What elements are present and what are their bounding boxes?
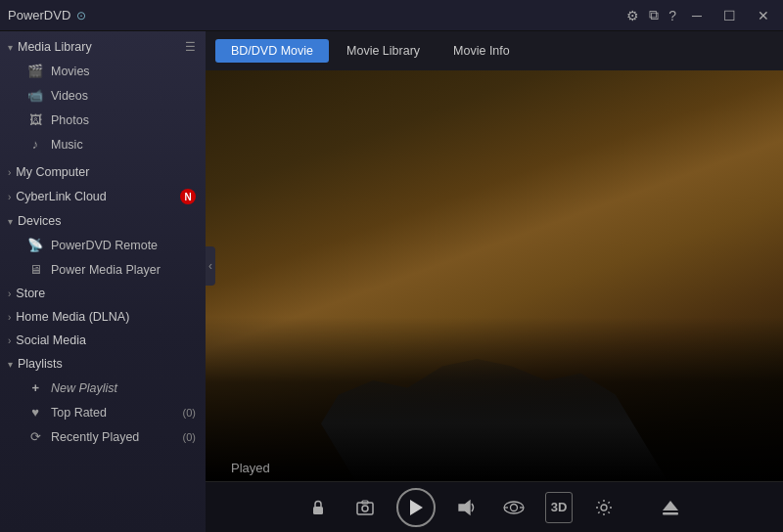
bd-background <box>206 70 783 481</box>
tab-movie-info[interactable]: Movie Info <box>438 39 526 63</box>
sidebar-item-power-media-player[interactable]: 🖥 Power Media Player <box>0 257 206 282</box>
remote-icon: 📡 <box>27 238 43 252</box>
sidebar-collapse-tab[interactable] <box>206 246 215 286</box>
movies-icon: 🎬 <box>27 64 43 78</box>
sidebar-item-new-playlist[interactable]: + New Playlist <box>0 376 206 400</box>
music-label: Music <box>51 138 196 152</box>
photos-icon: 🖼 <box>27 112 43 127</box>
photos-label: Photos <box>51 113 196 127</box>
playlists-label: Playlists <box>18 357 63 371</box>
main-layout: ▾ Media Library ☰ 🎬 Movies 📹 Videos 🖼 Ph… <box>0 31 783 532</box>
recently-played-icon: ⟳ <box>27 429 43 444</box>
tech-settings-button[interactable] <box>588 492 620 523</box>
store-header[interactable]: › Store <box>0 282 206 305</box>
chevron-down-icon3: ▾ <box>8 359 13 370</box>
tab-movie-library[interactable]: Movie Library <box>331 39 436 63</box>
eject-button[interactable] <box>655 492 686 523</box>
sidebar-item-recently-played[interactable]: ⟳ Recently Played (0) <box>0 424 206 449</box>
sidebar-item-photos[interactable]: 🖼 Photos <box>0 108 206 132</box>
svg-point-7 <box>510 504 517 510</box>
played-label: Played <box>231 461 270 475</box>
chevron-down-icon2: ▾ <box>8 216 13 227</box>
add-icon: + <box>27 380 43 395</box>
media-library-menu-icon[interactable]: ☰ <box>185 40 196 54</box>
bd-dvd-content <box>206 70 783 481</box>
social-media-label: Social Media <box>16 333 86 347</box>
chevron-right-icon: › <box>8 167 11 178</box>
maximize-button[interactable]: ☐ <box>717 6 742 25</box>
devices-label: Devices <box>18 214 61 228</box>
top-rated-count: (0) <box>183 407 196 419</box>
title-bar-left: PowerDVD ⊙ <box>8 8 86 22</box>
sidebar-item-top-rated[interactable]: ♥ Top Rated (0) <box>0 400 206 424</box>
chevron-right-icon4: › <box>8 312 11 323</box>
svg-marker-11 <box>663 501 678 510</box>
media-library-section: ▾ Media Library ☰ 🎬 Movies 📹 Videos 🖼 Ph… <box>0 31 206 160</box>
app-title: PowerDVD <box>8 8 70 22</box>
recently-played-label: Recently Played <box>51 430 175 444</box>
social-media-header[interactable]: › Social Media <box>0 329 206 352</box>
svg-rect-12 <box>663 512 678 515</box>
chevron-down-icon: ▾ <box>8 42 13 53</box>
devices-header[interactable]: ▾ Devices <box>0 209 206 233</box>
sidebar: ▾ Media Library ☰ 🎬 Movies 📹 Videos 🖼 Ph… <box>0 31 206 532</box>
sidebar-item-movies[interactable]: 🎬 Movies <box>0 59 206 83</box>
media-player-icon: 🖥 <box>27 262 43 277</box>
content-area: BD/DVD Movie Movie Library Movie Info Pl… <box>206 31 783 532</box>
cyberlink-cloud-header[interactable]: › CyberLink Cloud N <box>0 184 206 209</box>
sidebar-item-powerdvd-remote[interactable]: 📡 PowerDVD Remote <box>0 233 206 257</box>
chevron-right-icon5: › <box>8 335 11 346</box>
visual-effect-button[interactable] <box>498 492 530 523</box>
three-d-button[interactable]: 3D <box>545 492 574 523</box>
settings-titlebar-icon[interactable]: ⚙ <box>626 8 639 23</box>
close-button[interactable]: ✕ <box>752 6 775 25</box>
powerdvd-remote-label: PowerDVD Remote <box>51 239 196 252</box>
title-bar-controls: ⚙ ⧉ ? ─ ☐ ✕ <box>626 6 775 25</box>
playlists-header[interactable]: ▾ Playlists <box>0 352 206 376</box>
movies-label: Movies <box>51 65 196 78</box>
cyberlink-cloud-label: CyberLink Cloud <box>16 190 106 203</box>
svg-rect-1 <box>357 503 373 514</box>
sidebar-item-music[interactable]: ♪ Music <box>0 132 206 156</box>
title-bar: PowerDVD ⊙ ⚙ ⧉ ? ─ ☐ ✕ <box>0 0 783 31</box>
media-library-header[interactable]: ▾ Media Library ☰ <box>0 35 206 59</box>
upgrade-icon[interactable]: ⊙ <box>76 9 86 22</box>
store-label: Store <box>16 287 45 300</box>
home-media-label: Home Media (DLNA) <box>16 310 129 324</box>
home-media-header[interactable]: › Home Media (DLNA) <box>0 305 206 329</box>
chevron-right-icon3: › <box>8 288 11 299</box>
recently-played-count: (0) <box>183 431 196 443</box>
help-icon[interactable]: ? <box>668 8 676 23</box>
controls-bar: 3D <box>206 481 783 532</box>
my-computer-header[interactable]: › My Computer <box>0 160 206 184</box>
my-computer-label: My Computer <box>16 165 89 179</box>
tabs-bar: BD/DVD Movie Movie Library Movie Info <box>206 31 783 70</box>
videos-icon: 📹 <box>27 88 43 103</box>
volume-button[interactable] <box>451 492 483 523</box>
music-icon: ♪ <box>27 137 43 152</box>
lock-button[interactable] <box>302 492 334 523</box>
power-media-player-label: Power Media Player <box>51 263 196 277</box>
snapshot-button[interactable] <box>349 492 381 523</box>
play-button[interactable] <box>396 488 436 527</box>
svg-marker-4 <box>410 500 423 515</box>
tab-bd-dvd[interactable]: BD/DVD Movie <box>215 39 329 63</box>
heart-icon: ♥ <box>27 405 43 420</box>
cast-icon[interactable]: ⧉ <box>649 7 659 23</box>
top-rated-label: Top Rated <box>51 406 175 420</box>
cyberlink-badge: N <box>180 189 196 204</box>
minimize-button[interactable]: ─ <box>686 6 708 25</box>
videos-label: Videos <box>51 89 196 103</box>
svg-marker-5 <box>459 501 470 514</box>
svg-point-2 <box>362 506 368 511</box>
chevron-right-icon2: › <box>8 192 11 202</box>
new-playlist-label: New Playlist <box>51 381 196 395</box>
media-library-label: Media Library <box>18 40 92 54</box>
sidebar-item-videos[interactable]: 📹 Videos <box>0 83 206 108</box>
svg-rect-0 <box>313 507 323 514</box>
svg-point-10 <box>601 505 607 510</box>
